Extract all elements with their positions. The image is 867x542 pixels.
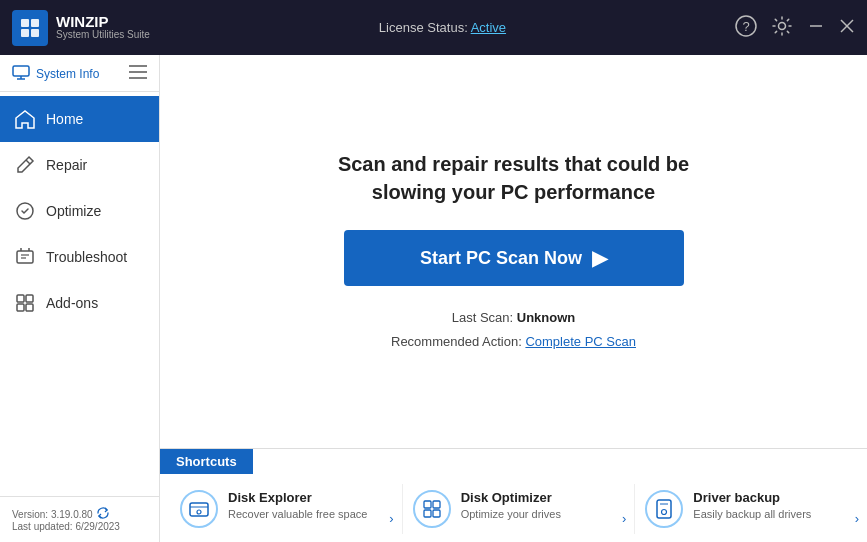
scan-info: Last Scan: Unknown Recommended Action: C… xyxy=(391,306,636,353)
svg-rect-33 xyxy=(424,510,431,517)
settings-button[interactable] xyxy=(771,15,793,40)
svg-rect-4 xyxy=(31,29,39,37)
disk-explorer-desc: Recover valuable free space xyxy=(228,507,386,521)
app-logo: WINZIP System Utilities Suite xyxy=(12,10,150,46)
shortcuts-section: Shortcuts Disk Explorer Recover valuable… xyxy=(160,448,867,542)
shortcuts-cards: Disk Explorer Recover valuable free spac… xyxy=(160,474,867,542)
svg-point-7 xyxy=(779,23,786,30)
disk-explorer-text: Disk Explorer Recover valuable free spac… xyxy=(228,490,386,521)
svg-text:?: ? xyxy=(742,19,749,34)
logo-text: WINZIP System Utilities Suite xyxy=(56,14,150,41)
sidebar-item-repair[interactable]: Repair xyxy=(0,142,159,188)
svg-rect-27 xyxy=(26,304,33,311)
disk-explorer-title: Disk Explorer xyxy=(228,490,386,505)
sidebar-item-label-addons: Add-ons xyxy=(46,295,98,311)
driver-backup-arrow-icon: › xyxy=(855,511,859,526)
sidebar-nav: Home Repair xyxy=(0,92,159,326)
hamburger-icon[interactable] xyxy=(129,65,147,83)
license-status[interactable]: Active xyxy=(471,20,506,35)
start-scan-button[interactable]: Start PC Scan Now ▶ xyxy=(344,230,684,286)
svg-rect-34 xyxy=(433,510,440,517)
license-status-area: License Status: Active xyxy=(150,20,735,35)
main-headline: Scan and repair results that could be sl… xyxy=(304,150,724,206)
svg-rect-32 xyxy=(433,501,440,508)
sidebar-item-home[interactable]: Home xyxy=(0,96,159,142)
svg-point-30 xyxy=(197,510,201,514)
svg-rect-31 xyxy=(424,501,431,508)
window-controls: ? xyxy=(735,15,855,40)
troubleshoot-icon xyxy=(14,246,36,268)
last-scan-value: Unknown xyxy=(517,310,576,325)
sidebar-item-label-troubleshoot: Troubleshoot xyxy=(46,249,127,265)
driver-backup-text: Driver backup Easily backup all drivers xyxy=(693,490,851,521)
svg-rect-11 xyxy=(13,66,29,76)
disk-optimizer-title: Disk Optimizer xyxy=(461,490,619,505)
driver-backup-desc: Easily backup all drivers xyxy=(693,507,851,521)
main-content: Scan and repair results that could be sl… xyxy=(160,55,867,448)
last-updated-label: Last updated: 6/29/2023 xyxy=(12,521,147,532)
svg-rect-1 xyxy=(21,19,29,27)
repair-icon xyxy=(14,154,36,176)
svg-rect-26 xyxy=(17,304,24,311)
monitor-icon xyxy=(12,65,30,83)
disk-explorer-icon xyxy=(180,490,218,528)
disk-optimizer-desc: Optimize your drives xyxy=(461,507,619,521)
optimize-icon xyxy=(14,200,36,222)
title-bar: WINZIP System Utilities Suite License St… xyxy=(0,0,867,55)
svg-line-17 xyxy=(26,160,30,164)
sidebar-item-label-repair: Repair xyxy=(46,157,87,173)
system-info-label: System Info xyxy=(36,67,99,81)
logo-icon xyxy=(12,10,48,46)
disk-optimizer-icon xyxy=(413,490,451,528)
sidebar-header: System Info xyxy=(0,55,159,92)
recommended-action-link[interactable]: Complete PC Scan xyxy=(525,334,636,349)
logo-winzip: WINZIP xyxy=(56,14,150,29)
last-scan-label: Last Scan: xyxy=(452,310,513,325)
svg-point-36 xyxy=(662,510,667,515)
close-button[interactable] xyxy=(839,18,855,37)
sidebar: System Info Home xyxy=(0,55,160,542)
refresh-icon[interactable] xyxy=(97,507,109,521)
sidebar-item-addons[interactable]: Add-ons xyxy=(0,280,159,326)
sidebar-footer: Version: 3.19.0.80 Last updated: 6/29/20… xyxy=(0,496,159,542)
scan-button-label: Start PC Scan Now xyxy=(420,248,582,269)
svg-rect-25 xyxy=(26,295,33,302)
shortcut-card-disk-explorer[interactable]: Disk Explorer Recover valuable free spac… xyxy=(170,484,403,534)
minimize-button[interactable] xyxy=(807,17,825,38)
shortcut-card-driver-backup[interactable]: Driver backup Easily backup all drivers … xyxy=(635,484,867,534)
sidebar-item-label-home: Home xyxy=(46,111,83,127)
svg-rect-24 xyxy=(17,295,24,302)
scan-button-arrow-icon: ▶ xyxy=(592,246,607,270)
svg-rect-19 xyxy=(17,251,33,263)
driver-backup-icon xyxy=(645,490,683,528)
main-layout: System Info Home xyxy=(0,55,867,542)
disk-optimizer-arrow-icon: › xyxy=(622,511,626,526)
sidebar-item-troubleshoot[interactable]: Troubleshoot xyxy=(0,234,159,280)
driver-backup-title: Driver backup xyxy=(693,490,851,505)
system-info-link[interactable]: System Info xyxy=(12,65,99,83)
shortcut-card-disk-optimizer[interactable]: Disk Optimizer Optimize your drives › xyxy=(403,484,636,534)
help-button[interactable]: ? xyxy=(735,15,757,40)
content-area: Scan and repair results that could be sl… xyxy=(160,55,867,542)
license-label: License Status: xyxy=(379,20,468,35)
recommended-action-label: Recommended Action: xyxy=(391,334,522,349)
disk-explorer-arrow-icon: › xyxy=(389,511,393,526)
disk-optimizer-text: Disk Optimizer Optimize your drives xyxy=(461,490,619,521)
shortcuts-header: Shortcuts xyxy=(160,449,253,474)
sidebar-item-optimize[interactable]: Optimize xyxy=(0,188,159,234)
version-label: Version: 3.19.0.80 xyxy=(12,509,93,520)
svg-rect-2 xyxy=(31,19,39,27)
logo-suite: System Utilities Suite xyxy=(56,29,150,41)
addons-icon xyxy=(14,292,36,314)
svg-rect-3 xyxy=(21,29,29,37)
home-icon xyxy=(14,108,36,130)
sidebar-item-label-optimize: Optimize xyxy=(46,203,101,219)
